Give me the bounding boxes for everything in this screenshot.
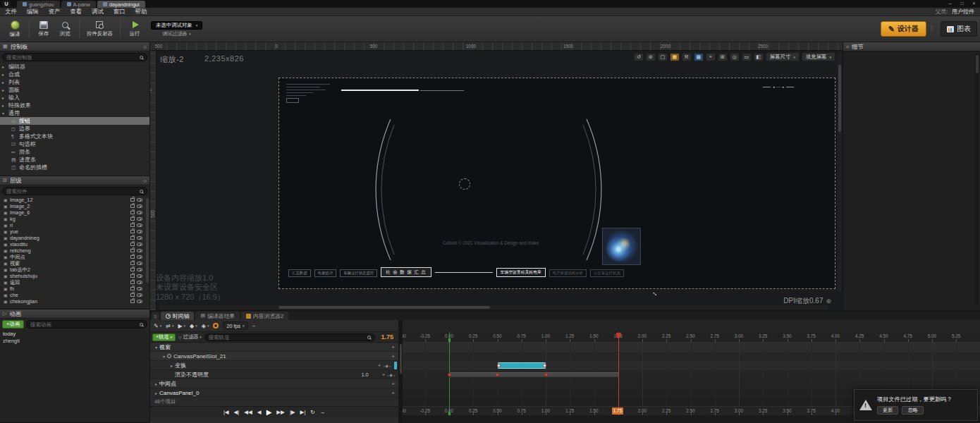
viewport-tool-button[interactable]: ⊘ — [646, 53, 656, 61]
pin-icon[interactable]: ⊙ — [143, 44, 147, 49]
add-track-button[interactable]: +轨道 ▾ — [152, 333, 176, 341]
palette-item[interactable]: ◫命名的插槽 — [0, 164, 149, 171]
visibility-icon[interactable] — [137, 281, 142, 284]
debug-filter-dropdown[interactable]: 调试过滤器 ▾ — [162, 30, 191, 37]
hierarchy-item[interactable]: ▣xiaoditu — [0, 241, 149, 247]
add-keyframe-icon[interactable]: ◆▾ — [190, 323, 197, 329]
lock-icon[interactable] — [130, 249, 135, 252]
palette-group[interactable]: ▸特殊效果 — [0, 102, 149, 109]
playback-icon[interactable]: ◀| — [234, 409, 240, 415]
visibility-icon[interactable] — [137, 255, 142, 259]
add-animation-button[interactable]: +动画 — [2, 320, 24, 329]
hierarchy-searchbox[interactable] — [2, 187, 147, 195]
pin-icon[interactable]: ⊙ — [143, 178, 147, 183]
lock-icon[interactable] — [130, 262, 135, 265]
palette-group[interactable]: ▸列表 — [0, 78, 149, 86]
curve-view-icon[interactable]: ~ — [252, 323, 256, 329]
lock-icon[interactable] — [130, 211, 135, 214]
graph-mode-button[interactable]: 图表 — [941, 21, 977, 37]
hierarchy-item[interactable]: ▣chekongjian — [0, 298, 149, 305]
key-options-icon[interactable]: ◈▾ — [202, 323, 209, 329]
palette-group[interactable]: ▸输入 — [0, 94, 149, 102]
playback-icon[interactable]: |◀ — [223, 409, 229, 415]
menu-item[interactable]: 窗口 — [109, 8, 130, 16]
snap-icon[interactable]: ⇄▾ — [166, 323, 173, 329]
window-tab[interactable]: A-panw — [61, 1, 96, 8]
tab-时间轴[interactable]: 时间轴 — [161, 312, 194, 320]
menu-item[interactable]: 查看 — [65, 8, 87, 16]
maximize-button[interactable]: □ — [956, 0, 968, 7]
hierarchy-item[interactable]: ▣返回 — [0, 279, 149, 286]
tab-内容浏览器2[interactable]: 内容浏览器2 — [241, 312, 288, 320]
playback-icon[interactable]: ▶| — [300, 409, 306, 415]
lock-icon[interactable] — [130, 217, 135, 221]
viewport-horizontal-scrollbar[interactable] — [159, 305, 828, 309]
visibility-icon[interactable] — [137, 243, 142, 246]
hierarchy-item[interactable]: ▣shehuishuju — [0, 273, 149, 279]
lock-icon[interactable] — [130, 230, 135, 233]
hierarchy-search-input[interactable] — [6, 188, 140, 195]
timeline-ruler-top[interactable]: -0.50-0.250.000.250.500.751.001.251.501.… — [403, 332, 980, 343]
minimize-button[interactable]: ─ — [944, 0, 956, 7]
filter-button[interactable]: ▽ 过滤器 ▾ — [178, 333, 202, 341]
keyframe-nav-icons[interactable]: ‹◆› — [387, 372, 396, 377]
palette-item[interactable]: ◻边界 — [0, 125, 149, 133]
add-section-icon[interactable]: + — [391, 353, 395, 360]
palette-item[interactable]: ▭按钮 — [0, 117, 149, 125]
hierarchy-scrollbar[interactable] — [146, 198, 149, 283]
palette-item[interactable]: ☑勾选框 — [0, 140, 149, 148]
playback-icon[interactable]: |▶ — [290, 409, 295, 415]
visibility-icon[interactable] — [137, 274, 142, 278]
track-row[interactable]: 渲染不透明度1.0+‹◆› — [150, 370, 398, 379]
palette-group[interactable]: ▸合成 — [0, 70, 149, 78]
track-row[interactable]: ▾CanvasPanelSlot_21+ — [150, 352, 398, 361]
lock-icon[interactable] — [130, 293, 135, 297]
playhead-line[interactable] — [618, 332, 619, 415]
opacity-section-bar[interactable] — [449, 372, 618, 377]
viewport-tool-button[interactable]: ↺ — [634, 53, 644, 61]
visibility-icon[interactable] — [137, 204, 142, 208]
viewport-tool-button[interactable]: ⊞ — [718, 53, 728, 61]
reflector-button[interactable]: 控件反射器 — [83, 20, 116, 37]
visibility-icon[interactable] — [137, 287, 142, 290]
lock-icon[interactable] — [130, 300, 135, 303]
visibility-icon[interactable] — [137, 262, 142, 265]
dock-tab-stub[interactable]: ≡ — [152, 312, 159, 320]
keyframe-dot[interactable] — [544, 373, 548, 376]
hierarchy-item[interactable]: ▣che — [0, 292, 149, 298]
palette-group[interactable]: ▸编辑器 — [0, 63, 149, 70]
palette-searchbox[interactable] — [2, 53, 147, 61]
compile-button[interactable]: 编译 — [4, 20, 25, 38]
hierarchy-item[interactable]: ▣中间点 — [0, 254, 149, 260]
hierarchy-item[interactable]: ▣tab选中2 — [0, 266, 149, 273]
save-button[interactable]: 保存 — [33, 21, 54, 37]
playback-icon[interactable]: → — [320, 409, 326, 415]
visibility-icon[interactable] — [137, 268, 142, 271]
visibility-icon[interactable] — [137, 236, 142, 240]
keyframe-dot[interactable] — [543, 364, 546, 367]
browse-button[interactable]: 浏览 — [54, 21, 75, 37]
hierarchy-item[interactable]: ▣Image_2 — [0, 203, 149, 209]
palette-search-input[interactable] — [6, 54, 140, 61]
hierarchy-item[interactable]: ▣ri — [0, 222, 149, 228]
add-section-icon[interactable]: + — [378, 362, 381, 369]
current-time-display[interactable]: 1.75 — [381, 333, 393, 341]
lock-icon[interactable] — [130, 255, 135, 259]
playback-icon[interactable]: ▶▶ — [276, 409, 285, 415]
visibility-icon[interactable] — [137, 211, 142, 214]
visibility-icon[interactable] — [137, 223, 142, 227]
add-section-icon[interactable]: + — [391, 390, 395, 396]
menu-item[interactable]: 调试 — [87, 8, 109, 16]
track-searchbox[interactable] — [204, 333, 376, 341]
designer-viewport[interactable]: 50005001000150020002500 0500 缩放-2 2,235x… — [150, 42, 843, 310]
window-tab[interactable]: guangzhou — [17, 1, 60, 8]
viewport-tool-button[interactable]: R — [682, 53, 692, 61]
viewport-tool-button[interactable]: ▭ — [742, 53, 752, 61]
keyframe-dot[interactable] — [496, 373, 499, 376]
close-button[interactable]: × — [968, 0, 980, 7]
lock-icon[interactable] — [130, 287, 135, 290]
run-button[interactable]: 运行 — [124, 20, 145, 37]
window-tab[interactable]: dayandningui — [97, 1, 145, 8]
menu-item[interactable]: 编辑 — [22, 8, 44, 16]
keyframe-section-bar[interactable] — [498, 362, 546, 369]
